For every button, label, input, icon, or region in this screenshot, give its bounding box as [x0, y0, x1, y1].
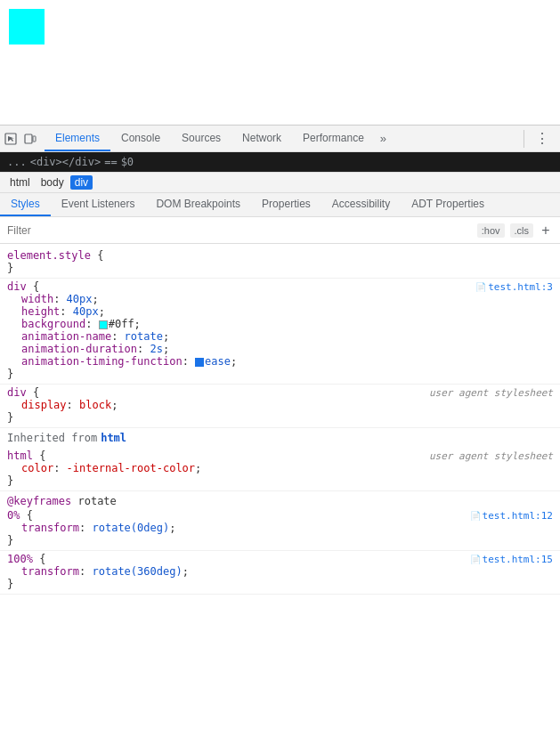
color-swatch-background[interactable] — [99, 320, 108, 329]
breadcrumb-equals: == — [104, 156, 117, 168]
filter-bar: :hov .cls + — [0, 217, 560, 244]
tab-event-listeners[interactable]: Event Listeners — [51, 193, 146, 216]
tab-styles[interactable]: Styles — [0, 193, 51, 216]
ua-label-html: user agent stylesheet — [429, 450, 553, 462]
preview-area — [0, 0, 560, 125]
css-block-html-ua: html { user agent stylesheet color: -int… — [0, 448, 560, 491]
selector-html-ua: html { — [7, 450, 45, 462]
inherited-tag: html — [101, 432, 126, 444]
path-html[interactable]: html — [5, 175, 35, 190]
filter-input[interactable] — [7, 224, 477, 237]
source-link-keyframe-0[interactable]: 📄 test.html:12 — [470, 510, 553, 522]
css-block-div-ua: div { user agent stylesheet display: blo… — [0, 385, 560, 428]
css-block-keyframe-100: 100% { 📄 test.html:15 transform: rotate(… — [0, 551, 560, 595]
prop-animation-name: animation-name: rotate; — [7, 330, 553, 343]
selector-keyframe-0: 0% { — [7, 509, 33, 522]
more-tabs-button[interactable]: » — [375, 132, 392, 145]
prop-transform-0: transform: rotate(0deg); — [7, 522, 553, 534]
prop-animation-timing: animation-timing-function: ease; — [7, 355, 553, 368]
cyan-box — [9, 9, 45, 45]
source-file-icon: 📄 — [475, 282, 486, 292]
brace-close-kf-0: } — [7, 534, 553, 547]
prop-background: background: #0ff; — [7, 318, 553, 330]
keyframes-label: @keyframes rotate — [0, 491, 560, 507]
css-block-keyframe-0: 0% { 📄 test.html:12 transform: rotate(0d… — [0, 507, 560, 551]
prop-width: width: 40px; — [7, 293, 553, 305]
cls-button[interactable]: .cls — [510, 223, 534, 238]
selector-element-style: element.style { — [7, 249, 103, 262]
selector-keyframe-100: 100% { — [7, 553, 45, 565]
prop-animation-duration: animation-duration: 2s; — [7, 343, 553, 355]
element-path: html body div — [0, 172, 560, 193]
devtools-menu-button[interactable]: ⋮ — [528, 130, 556, 147]
tab-console[interactable]: Console — [110, 126, 171, 151]
hov-button[interactable]: :hov — [477, 223, 505, 238]
tab-accessibility[interactable]: Accessibility — [321, 193, 401, 216]
tab-performance[interactable]: Performance — [292, 126, 375, 151]
selector-line-element-style: element.style { — [7, 249, 553, 262]
tab-adt-properties[interactable]: ADT Properties — [401, 193, 495, 216]
brace-close-element-style: } — [7, 262, 553, 274]
selector-div-main: div { — [7, 280, 39, 293]
selector-line-html-ua: html { user agent stylesheet — [7, 450, 553, 462]
css-block-div-main: div { 📄 test.html:3 width: 40px; height:… — [0, 279, 560, 385]
prop-color: color: -internal-root-color; — [7, 462, 553, 474]
breadcrumb-bar: ... <div></div> == $0 — [0, 152, 560, 172]
tab-sources[interactable]: Sources — [171, 126, 231, 151]
prop-display: display: block; — [7, 399, 553, 411]
brace-close-div-ua: } — [7, 411, 553, 424]
toolbar-right: ⋮ — [520, 130, 556, 148]
devtools-panel: Elements Console Sources Network Perform… — [0, 125, 560, 598]
source-link-keyframe-100[interactable]: 📄 test.html:15 — [470, 554, 553, 565]
inherited-from-label: Inherited from html — [0, 428, 560, 448]
selector-line-keyframe-100: 100% { 📄 test.html:15 — [7, 553, 553, 565]
prop-height: height: 40px; — [7, 305, 553, 318]
svg-rect-2 — [33, 136, 36, 142]
toolbar-divider — [523, 130, 524, 148]
breadcrumb-element: <div></div> — [30, 156, 101, 168]
source-file-icon-kf100: 📄 — [470, 555, 481, 564]
path-body[interactable]: body — [37, 175, 69, 190]
tab-elements[interactable]: Elements — [45, 126, 110, 151]
add-style-button[interactable]: + — [539, 223, 553, 238]
svg-rect-1 — [25, 134, 32, 143]
timing-checkbox-icon[interactable] — [195, 358, 204, 367]
inspect-icon[interactable] — [4, 132, 18, 146]
breadcrumb-dollar: $0 — [121, 156, 134, 168]
prop-transform-100: transform: rotate(360deg); — [7, 565, 553, 578]
source-file-icon-kf0: 📄 — [470, 511, 481, 521]
device-toggle-icon[interactable] — [23, 132, 37, 146]
panel-tabs: Styles Event Listeners DOM Breakpoints P… — [0, 193, 560, 217]
ua-label-div: user agent stylesheet — [429, 387, 553, 399]
breadcrumb-ellipsis: ... — [7, 156, 27, 168]
tab-dom-breakpoints[interactable]: DOM Breakpoints — [145, 193, 251, 216]
toolbar-icons — [4, 132, 37, 146]
styles-content: element.style { } div { 📄 test.html:3 wi… — [0, 244, 560, 598]
source-link-div-main[interactable]: 📄 test.html:3 — [475, 281, 553, 293]
path-div[interactable]: div — [70, 175, 93, 190]
filter-actions: :hov .cls + — [477, 223, 553, 238]
devtools-tabs: Elements Console Sources Network Perform… — [45, 126, 392, 151]
brace-close-kf-100: } — [7, 578, 553, 590]
tab-properties[interactable]: Properties — [251, 193, 321, 216]
brace-close-div-main: } — [7, 368, 553, 380]
devtools-toolbar: Elements Console Sources Network Perform… — [0, 126, 560, 152]
selector-div-ua: div { — [7, 386, 39, 399]
css-block-element-style: element.style { } — [0, 247, 560, 279]
selector-line-div-ua: div { user agent stylesheet — [7, 386, 553, 399]
selector-line-div-main: div { 📄 test.html:3 — [7, 280, 553, 293]
tab-network[interactable]: Network — [231, 126, 292, 151]
brace-close-html-ua: } — [7, 474, 553, 487]
selector-line-keyframe-0: 0% { 📄 test.html:12 — [7, 509, 553, 522]
